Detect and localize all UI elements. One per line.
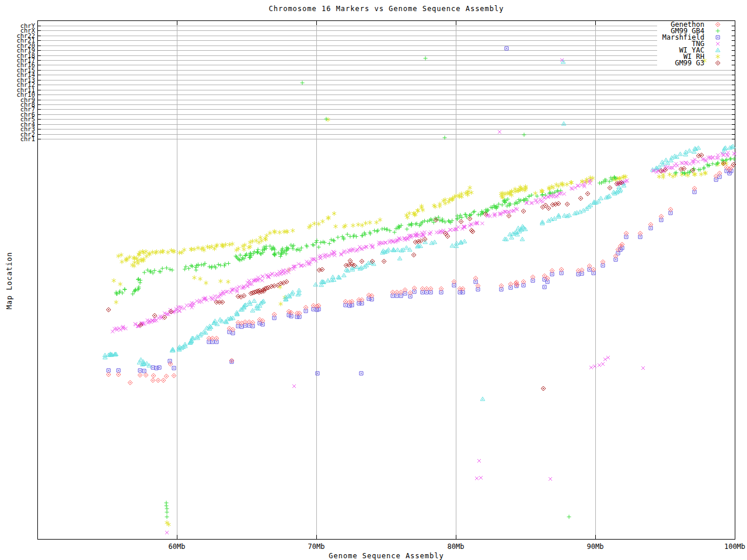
marker-rh: [118, 282, 123, 286]
marker-g3: [411, 253, 416, 257]
marker-tng: [238, 285, 241, 289]
marker-gb4: [405, 227, 409, 231]
marker-yac: [330, 275, 335, 278]
marker-gb4: [424, 57, 428, 61]
marker-tng: [270, 272, 274, 276]
marker-rh: [320, 219, 324, 224]
marker-rh: [580, 180, 584, 184]
marker-tng: [477, 459, 481, 463]
marker-yac: [562, 214, 567, 217]
marker-g3: [217, 300, 222, 304]
marker-genethon: [128, 380, 132, 385]
marker-rh: [226, 279, 231, 284]
marker-tng: [589, 366, 593, 369]
marker-tng: [261, 275, 264, 278]
marker-yac: [599, 196, 603, 200]
marker-yac: [396, 248, 400, 251]
marker-yac: [657, 164, 662, 168]
marker-rh: [364, 221, 368, 226]
marker-rh: [114, 300, 118, 304]
marker-gb4: [319, 240, 323, 244]
marker-tng: [696, 160, 700, 163]
marker-tng: [292, 384, 296, 388]
marker-gb4: [165, 510, 169, 514]
marker-rh: [332, 211, 336, 216]
marker-tng: [360, 247, 364, 251]
marker-rh: [190, 247, 194, 251]
marker-gb4: [315, 239, 319, 243]
marker-g3: [543, 203, 548, 208]
marker-tng: [297, 262, 301, 266]
marker-g3: [565, 202, 570, 206]
marker-gb4: [138, 281, 142, 285]
marker-tng: [384, 241, 388, 244]
marker-gb4: [194, 268, 198, 272]
marker-yac: [450, 244, 455, 247]
marker-rh: [368, 220, 372, 225]
marker-rh: [351, 223, 355, 228]
marker-rh: [291, 228, 295, 233]
marker-g3: [418, 239, 423, 243]
marker-genethon: [106, 372, 111, 377]
marker-rh: [334, 224, 338, 229]
marker-gb4: [336, 235, 340, 239]
marker-g3: [608, 186, 612, 190]
marker-marshfield: [543, 285, 546, 289]
marker-gb4: [375, 229, 379, 233]
marker-tng: [274, 274, 277, 277]
marker-gb4: [183, 267, 187, 271]
marker-tng: [333, 251, 336, 254]
marker-gb4: [324, 117, 329, 121]
marker-g3: [507, 214, 511, 218]
marker-marshfield: [107, 369, 110, 372]
marker-genethon: [172, 373, 176, 378]
marker-yac: [183, 342, 187, 346]
marker-gb4: [291, 247, 295, 251]
marker-tng: [178, 309, 181, 313]
marker-tng: [498, 130, 501, 134]
marker-yac: [404, 246, 409, 249]
marker-gb4: [165, 504, 169, 508]
marker-gb4: [136, 278, 140, 282]
marker-gb4: [494, 204, 498, 208]
marker-gb4: [218, 263, 222, 267]
marker-gb4: [345, 232, 350, 236]
marker-rh: [420, 204, 424, 208]
marker-tng: [563, 192, 566, 195]
marker-gb4: [133, 288, 137, 292]
marker-tng: [303, 264, 306, 267]
marker-g3: [578, 196, 583, 201]
marker-gb4: [472, 210, 476, 214]
marker-marshfield: [138, 369, 142, 372]
marker-g3: [540, 205, 545, 209]
marker-rh: [356, 222, 360, 227]
marker-gb4: [278, 254, 282, 258]
marker-tng: [359, 247, 362, 250]
marker-marshfield: [505, 47, 508, 50]
marker-genethon: [151, 378, 155, 383]
marker-gb4: [223, 262, 227, 266]
marker-gb4: [598, 181, 602, 185]
marker-gb4: [716, 160, 720, 164]
marker-gb4: [170, 268, 174, 272]
marker-yac: [432, 240, 437, 244]
marker-rh: [193, 275, 197, 280]
marker-tng: [598, 363, 601, 367]
marker-rh: [182, 247, 186, 252]
marker-marshfield: [142, 369, 146, 373]
marker-yac: [397, 257, 402, 260]
marker-rh: [406, 215, 410, 220]
marker-gb4: [249, 251, 253, 255]
marker-tng: [287, 270, 290, 274]
marker-gb4: [329, 237, 333, 242]
marker-yac: [313, 282, 318, 286]
marker-gb4: [425, 219, 430, 223]
marker-rh: [569, 180, 573, 185]
marker-gb4: [505, 204, 509, 208]
marker-gb4: [522, 133, 526, 137]
marker-tng: [183, 307, 186, 310]
marker-rh: [112, 278, 116, 283]
marker-rh: [219, 279, 223, 284]
marker-gb4: [331, 238, 336, 242]
marker-tng: [479, 476, 483, 480]
